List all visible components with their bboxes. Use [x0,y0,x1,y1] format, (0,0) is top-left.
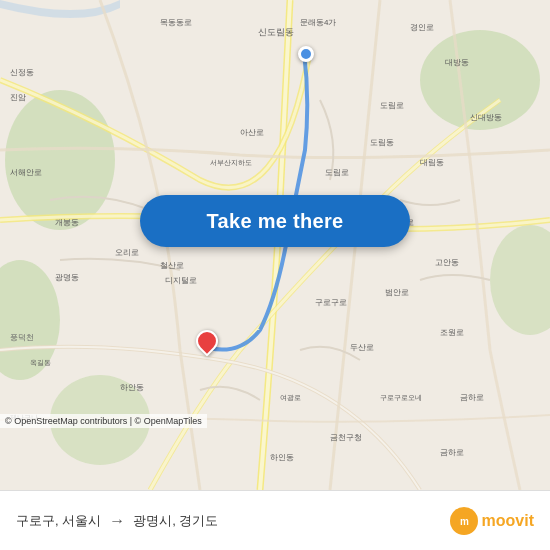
bottom-bar: 구로구, 서울시 → 광명시, 경기도 m moovit [0,490,550,550]
svg-text:옥길동: 옥길동 [30,359,51,367]
svg-text:아산로: 아산로 [240,128,264,137]
svg-text:개봉동: 개봉동 [55,218,79,227]
moovit-logo: m moovit [450,507,534,535]
route-info: 구로구, 서울시 → 광명시, 경기도 [16,512,218,530]
svg-text:광명동: 광명동 [55,273,79,282]
take-me-there-button[interactable]: Take me there [140,195,410,247]
svg-text:오리로: 오리로 [115,248,139,257]
svg-text:대방동: 대방동 [445,58,469,67]
svg-text:신정동: 신정동 [10,68,34,77]
map-container: 신도림동 문래동4가 경인로 신정동 목동동로 대방동 신대방동 서해안로 개봉… [0,0,550,490]
button-label: Take me there [207,210,344,233]
svg-text:신도림동: 신도림동 [258,27,294,37]
destination-pin [191,325,222,356]
svg-text:여광로: 여광로 [280,394,301,402]
svg-text:도림로: 도림로 [380,101,404,110]
svg-text:금하로: 금하로 [460,393,484,402]
svg-text:구로구로: 구로구로 [315,298,347,307]
svg-text:서해안로: 서해안로 [10,168,42,177]
destination-label: 광명시, 경기도 [133,512,218,530]
destination-marker [196,330,218,358]
origin-marker [298,46,314,62]
svg-text:범안로: 범안로 [385,288,409,297]
svg-text:두산로: 두산로 [350,343,374,352]
svg-text:철산로: 철산로 [160,261,184,270]
svg-text:진암: 진암 [10,93,26,102]
svg-text:경인로: 경인로 [410,23,434,32]
svg-text:디지털로: 디지털로 [165,276,197,285]
svg-text:도림로: 도림로 [325,168,349,177]
svg-text:문래동4가: 문래동4가 [300,18,336,27]
svg-text:하안동: 하안동 [120,383,144,392]
svg-text:대림동: 대림동 [420,158,444,167]
map-attribution: © OpenStreetMap contributors | © OpenMap… [0,414,207,428]
svg-text:금천구청: 금천구청 [330,433,362,442]
svg-text:신대방동: 신대방동 [470,113,502,122]
svg-text:m: m [460,516,469,527]
attribution-text: © OpenStreetMap contributors | © OpenMap… [5,416,202,426]
svg-text:도림동: 도림동 [370,138,394,147]
origin-label: 구로구, 서울시 [16,512,101,530]
svg-point-1 [5,90,115,230]
moovit-icon: m [450,507,478,535]
svg-text:목동동로: 목동동로 [160,18,192,27]
route-arrow-icon: → [109,512,125,530]
svg-text:금하로: 금하로 [440,448,464,457]
svg-text:고안동: 고안동 [435,258,459,267]
svg-text:풍덕천: 풍덕천 [10,333,34,342]
svg-text:구로구로오네: 구로구로오네 [380,394,422,401]
svg-text:조원로: 조원로 [440,328,464,337]
moovit-brand-text: moovit [482,512,534,530]
svg-text:하인동: 하인동 [270,453,294,462]
svg-text:서부산지하도: 서부산지하도 [210,159,252,166]
